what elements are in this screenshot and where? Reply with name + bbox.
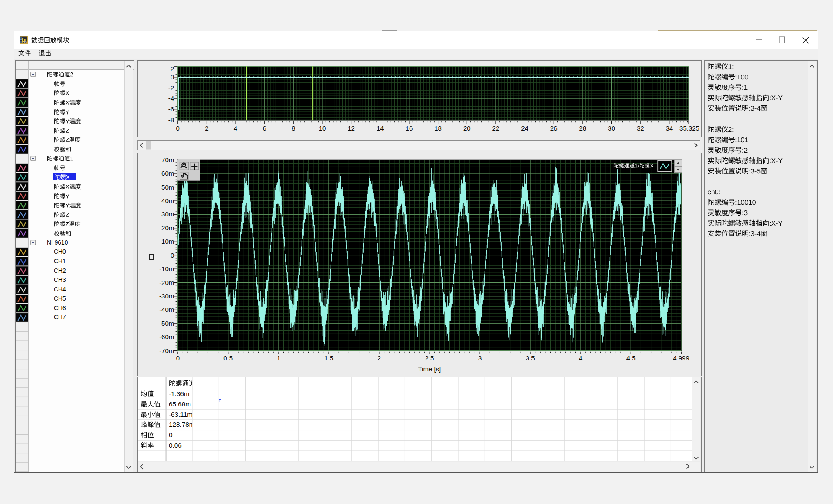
svg-text:0: 0	[171, 251, 174, 259]
svg-text:8: 8	[292, 124, 295, 132]
svg-text:-2: -2	[168, 84, 174, 92]
svg-text:3.5: 3.5	[526, 354, 535, 362]
svg-text:10: 10	[319, 124, 326, 132]
svg-text:4: 4	[234, 124, 237, 132]
svg-text:14: 14	[377, 124, 384, 132]
svg-text:30: 30	[608, 124, 615, 132]
svg-text:50m: 50m	[161, 183, 174, 190]
svg-text:22: 22	[492, 124, 500, 132]
svg-text:1.5: 1.5	[324, 354, 333, 362]
svg-text:20m: 20m	[161, 224, 174, 231]
svg-text:-40m: -40m	[159, 306, 174, 313]
svg-text:26: 26	[550, 124, 558, 132]
svg-text:0: 0	[171, 73, 174, 81]
svg-text:12: 12	[348, 124, 355, 132]
svg-text:0.5: 0.5	[223, 354, 233, 362]
svg-text:60m: 60m	[161, 170, 174, 177]
svg-text:6: 6	[263, 124, 266, 132]
svg-text:20: 20	[463, 124, 471, 132]
svg-text:4.999: 4.999	[673, 354, 689, 362]
svg-text:-50m: -50m	[159, 319, 174, 327]
svg-text:0: 0	[176, 354, 180, 362]
svg-text:4.5: 4.5	[626, 354, 636, 362]
svg-text:Time [s]: Time [s]	[418, 365, 441, 373]
svg-text:2.5: 2.5	[425, 354, 434, 362]
svg-text:1: 1	[277, 354, 280, 362]
svg-text:-10m: -10m	[159, 265, 174, 272]
svg-text:-4: -4	[168, 95, 174, 102]
svg-text:18: 18	[434, 124, 442, 132]
svg-text:24: 24	[521, 124, 528, 132]
svg-text:2: 2	[171, 65, 174, 72]
svg-text:16: 16	[406, 124, 413, 132]
svg-text:28: 28	[579, 124, 587, 132]
svg-text:35.325: 35.325	[679, 124, 699, 132]
svg-text:-6: -6	[168, 105, 174, 113]
svg-text:-8: -8	[168, 116, 174, 124]
svg-text:34: 34	[666, 124, 673, 132]
svg-text:-70m: -70m	[159, 347, 174, 354]
svg-text:40m: 40m	[161, 197, 174, 204]
svg-text:32: 32	[637, 124, 644, 132]
svg-text:10m: 10m	[161, 238, 174, 245]
svg-text:-60m: -60m	[159, 333, 174, 340]
svg-text:0: 0	[176, 124, 180, 132]
svg-text:4: 4	[579, 354, 582, 362]
svg-text:15: 15	[23, 41, 27, 44]
svg-text:70m: 70m	[161, 156, 174, 163]
svg-text:-30m: -30m	[159, 292, 174, 299]
svg-text:30m: 30m	[161, 210, 174, 218]
svg-text:2: 2	[377, 354, 381, 362]
svg-text:2: 2	[205, 124, 208, 132]
svg-text:-20m: -20m	[159, 278, 174, 286]
svg-text:3: 3	[478, 354, 482, 362]
